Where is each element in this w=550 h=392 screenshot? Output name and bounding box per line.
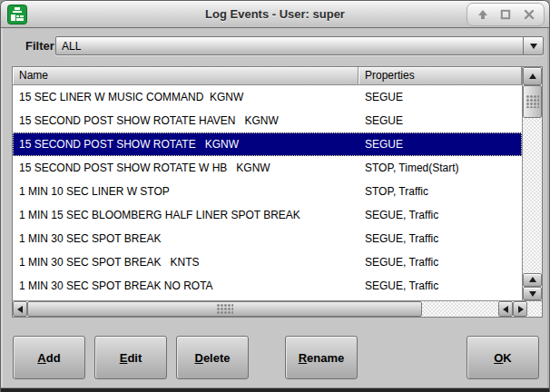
scroll-left-button[interactable] (13, 301, 27, 317)
triangle-left-icon (499, 306, 508, 313)
triangle-up-icon (529, 273, 536, 282)
table-row[interactable]: 1 MIN 15 SEC BLOOMBERG HALF LINER SPOT B… (13, 203, 522, 227)
delete-button-accesskey: D (194, 351, 202, 365)
chevron-down-icon (530, 44, 537, 53)
window-controls (467, 3, 545, 26)
cell-properties: SEGUE (358, 91, 522, 103)
triangle-down-icon (529, 291, 536, 300)
filter-selected-value: ALL (56, 40, 523, 53)
cell-name: 1 MIN 30 SEC SPOT BREAK KNTS (13, 256, 358, 269)
thumb-grip (217, 304, 233, 314)
log-events-table: Name Properties 15 SEC LINER W MUSIC COM… (12, 66, 543, 318)
ok-button[interactable]: OK (467, 336, 539, 379)
table-row[interactable]: 15 SECOND POST SHOW ROTATE W HB KGNW STO… (13, 156, 522, 180)
triangle-left-icon (14, 306, 23, 313)
column-header-properties[interactable]: Properties (358, 67, 522, 85)
maximize-button[interactable] (497, 6, 514, 23)
cell-properties: SEGUE, Traffic (358, 279, 522, 292)
cell-name: 15 SECOND POST SHOW ROTATE KGNW (13, 138, 358, 151)
table-row[interactable]: 1 MIN 10 SEC LINER W STOP STOP, Traffic (13, 180, 522, 203)
cell-name: 1 MIN 30 SEC SPOT BREAK NO ROTA (13, 279, 358, 292)
vertical-scrollbar[interactable] (522, 67, 542, 300)
log-events-dialog: Log Events - User: super Filter: ALL Nam… (0, 0, 550, 392)
table-header: Name Properties (13, 67, 522, 85)
cell-name: 1 MIN 10 SEC LINER W STOP (13, 185, 358, 198)
add-button[interactable]: Add (13, 336, 85, 379)
cell-name: 1 MIN 30 SEC SPOT BREAK (13, 232, 358, 245)
table-row[interactable]: 1 MIN 30 SEC SPOT BREAK KNTS SEGUE, Traf… (13, 250, 522, 274)
cell-name: 15 SECOND POST SHOW ROTATE HAVEN KGNW (13, 114, 358, 127)
scroll-down-button[interactable] (523, 287, 542, 300)
scrollbar-corner (527, 301, 542, 317)
rename-button-label: ename (307, 351, 344, 365)
cell-name: 15 SEC LINER W MUSIC COMMAND KGNW (13, 91, 358, 103)
window-bottom-frame (1, 387, 549, 392)
rename-button[interactable]: Rename (285, 336, 358, 379)
cell-name: 1 MIN 15 SEC BLOOMBERG HALF LINER SPOT B… (13, 209, 358, 221)
table-row[interactable]: 1 MIN 30 SEC SPOT BREAK SEGUE, Traffic (13, 227, 522, 250)
horizontal-scrollbar-thumb[interactable] (27, 301, 422, 317)
filter-label: Filter: (25, 39, 58, 53)
cell-properties: STOP, Traffic (358, 185, 522, 198)
cell-properties: SEGUE (358, 138, 522, 151)
scroll-up-button[interactable] (523, 67, 542, 85)
cell-properties: SEGUE, Traffic (358, 209, 522, 221)
delete-button[interactable]: Delete (176, 336, 249, 379)
scroll-up-button-bottom[interactable] (523, 273, 542, 287)
ok-button-label: K (503, 351, 511, 365)
triangle-up-icon (529, 70, 536, 79)
table-row[interactable]: 1 MIN 30 SEC SPOT BREAK NO ROTA SEGUE, T… (13, 274, 522, 298)
horizontal-scrollbar-track[interactable] (422, 301, 498, 317)
filter-dropdown[interactable]: ALL (55, 36, 544, 55)
vertical-scrollbar-thumb[interactable] (523, 85, 542, 118)
table-row-selected[interactable]: 15 SECOND POST SHOW ROTATE KGNW SEGUE (13, 132, 522, 156)
vertical-scrollbar-track[interactable] (523, 118, 542, 273)
column-header-name[interactable]: Name (13, 67, 358, 85)
titlebar[interactable]: Log Events - User: super (1, 1, 549, 28)
add-button-label: dd (46, 351, 61, 365)
rename-button-accesskey: R (299, 351, 307, 365)
close-button[interactable] (521, 6, 537, 23)
table-row[interactable]: 15 SEC LINER W MUSIC COMMAND KGNW SEGUE (13, 85, 522, 109)
cell-properties: SEGUE, Traffic (358, 256, 522, 269)
cell-properties: SEGUE (358, 114, 522, 127)
edit-button[interactable]: Edit (94, 336, 167, 379)
scroll-right-button[interactable] (513, 301, 527, 317)
table-row[interactable]: 15 SECOND POST SHOW ROTATE HAVEN KGNW SE… (13, 109, 522, 132)
cell-properties: SEGUE, Traffic (358, 232, 522, 245)
filter-dropdown-arrow-button[interactable] (523, 37, 543, 54)
cell-properties: STOP, Timed(Start) (358, 162, 522, 174)
horizontal-scrollbar[interactable] (13, 300, 542, 317)
scroll-left-button-right[interactable] (498, 301, 513, 317)
triangle-right-icon (518, 306, 527, 313)
ok-button-accesskey: O (494, 351, 503, 365)
thumb-grip (526, 95, 539, 108)
shade-button[interactable] (475, 6, 491, 23)
edit-button-label: dit (127, 351, 142, 365)
delete-button-label: elete (203, 351, 231, 365)
table-body: 15 SEC LINER W MUSIC COMMAND KGNW SEGUE … (13, 85, 522, 300)
add-button-accesskey: A (37, 351, 45, 365)
cell-name: 15 SECOND POST SHOW ROTATE W HB KGNW (13, 162, 358, 174)
